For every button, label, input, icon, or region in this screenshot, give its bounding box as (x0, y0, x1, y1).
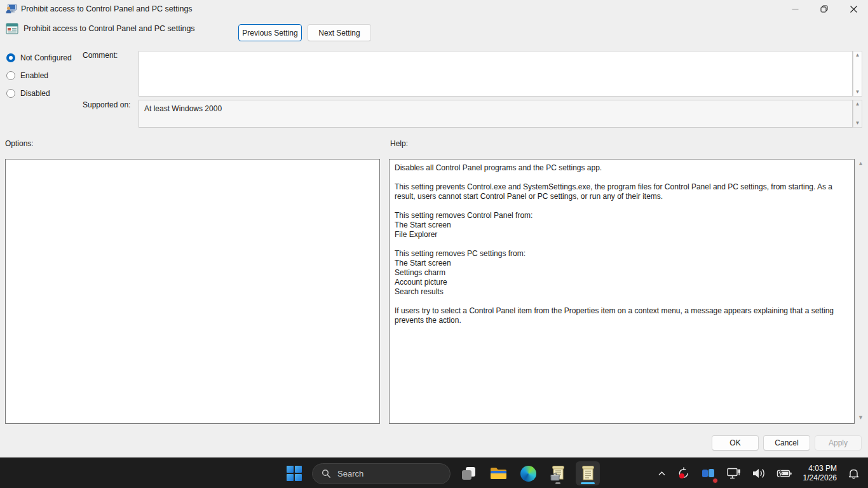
help-label: Help: (390, 139, 408, 148)
help-paragraph: This setting prevents Control.exe and Sy… (395, 182, 849, 201)
restore-button[interactable] (810, 0, 839, 18)
tray-time: 4:03 PM (803, 464, 837, 473)
file-explorer-button[interactable] (486, 461, 510, 485)
radio-enabled[interactable]: Enabled (6, 71, 48, 80)
help-paragraph: This setting removes PC settings from: T… (395, 249, 849, 297)
comment-scrollbar[interactable]: ▲ ▼ (853, 51, 862, 97)
options-label: Options: (5, 139, 34, 148)
sync-pending-button[interactable] (674, 461, 694, 486)
next-setting-button[interactable]: Next Setting (308, 24, 371, 41)
supported-scrollbar[interactable]: ▲ ▼ (853, 100, 862, 128)
notification-center-button[interactable] (844, 461, 863, 486)
help-scroll-up-icon[interactable]: ▲ (858, 160, 864, 166)
network-display-button[interactable] (723, 461, 745, 486)
active-window-indicator (581, 482, 595, 484)
windows-logo-icon (287, 466, 302, 481)
file-explorer-icon (490, 466, 507, 480)
previous-setting-button[interactable]: Previous Setting (238, 24, 302, 41)
group-policy-editor-button[interactable] (546, 461, 570, 485)
volume-button[interactable] (749, 461, 770, 486)
edge-icon (520, 466, 536, 482)
task-view-icon (460, 465, 477, 482)
bell-icon (848, 467, 860, 480)
supported-on-label: Supported on: (83, 100, 130, 109)
policy-window-icon (6, 3, 17, 14)
tray-date: 1/24/2026 (803, 473, 837, 483)
help-paragraph: This setting removes Control Panel from:… (395, 211, 849, 240)
minimize-button (780, 0, 810, 18)
radio-not-configured[interactable]: Not Configured (6, 53, 72, 62)
policy-setting-taskbar-button[interactable] (576, 461, 600, 485)
radio-circle (6, 53, 15, 62)
clock[interactable]: 4:03 PM 1/24/2026 (799, 464, 841, 483)
display-network-icon (726, 466, 742, 480)
tray-chevron-button[interactable] (654, 461, 670, 486)
ok-button[interactable]: OK (712, 435, 759, 451)
group-policy-editor-icon (550, 465, 566, 482)
comment-label: Comment: (83, 51, 118, 60)
running-indicator (555, 482, 560, 484)
task-view-button[interactable] (456, 461, 480, 485)
supported-on-value: At least Windows 2000 (139, 100, 853, 128)
titlebar: Prohibit access to Control Panel and PC … (0, 0, 868, 18)
search-icon (322, 469, 331, 478)
help-scroll-down-icon[interactable]: ▼ (858, 414, 864, 421)
search-box[interactable]: Search (312, 463, 451, 484)
chevron-up-icon (657, 469, 667, 478)
policy-setting-window-icon (580, 465, 595, 482)
scroll-down-icon[interactable]: ▼ (855, 90, 860, 95)
scroll-up-icon[interactable]: ▲ (855, 53, 860, 58)
taskbar: Search (0, 458, 868, 488)
help-panel: Disables all Control Panel programs and … (389, 159, 855, 424)
comment-input[interactable] (139, 51, 853, 97)
group-policy-setting-icon (6, 22, 18, 35)
start-button[interactable] (282, 461, 306, 485)
edge-button[interactable] (516, 461, 540, 485)
help-text: Disables all Control Panel programs and … (395, 163, 849, 325)
radio-circle (6, 71, 15, 80)
help-paragraph: If users try to select a Control Panel i… (395, 306, 849, 325)
setting-title: Prohibit access to Control Panel and PC … (24, 24, 195, 33)
scroll-up-icon[interactable]: ▲ (855, 102, 860, 107)
close-button[interactable] (839, 0, 868, 18)
people-notification-button[interactable] (698, 461, 719, 486)
cancel-button[interactable]: Cancel (763, 435, 810, 451)
apply-button: Apply (815, 435, 862, 451)
help-paragraph: Disables all Control Panel programs and … (395, 163, 849, 173)
radio-circle (6, 89, 15, 98)
window-title: Prohibit access to Control Panel and PC … (21, 4, 193, 13)
notification-badge (712, 478, 718, 484)
volume-icon (752, 467, 766, 480)
radio-disabled[interactable]: Disabled (6, 89, 50, 98)
battery-charging-icon (776, 468, 792, 479)
sync-icon (677, 466, 691, 480)
battery-button[interactable] (773, 461, 796, 486)
options-panel (5, 159, 380, 424)
policy-setting-window: Prohibit access to Control Panel and PC … (0, 0, 868, 458)
scroll-down-icon[interactable]: ▼ (855, 121, 860, 126)
search-placeholder: Search (337, 469, 363, 478)
